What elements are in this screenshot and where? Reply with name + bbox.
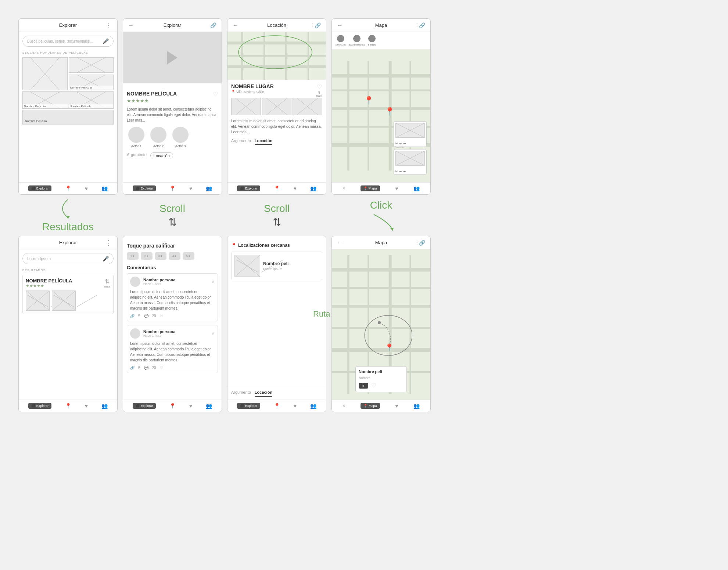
expand-1[interactable]: ∨ <box>211 279 215 284</box>
rate-star-2[interactable]: 2★ <box>141 252 153 260</box>
movie-bottom[interactable]: Nombre Película <box>22 110 114 125</box>
ir-button[interactable]: Ir <box>359 383 368 389</box>
nav-people-3[interactable]: 👥 <box>310 185 316 191</box>
nav-explorar-3[interactable]: ⬛ Explorar <box>237 185 260 191</box>
nav-location-1[interactable]: 📍 <box>65 185 71 191</box>
annotation-scroll-1: Scroll ⇅ <box>123 203 222 228</box>
nav-x-8[interactable]: ✕ <box>343 404 345 408</box>
search-bar-5[interactable]: Lorem Ipsum 🎤 <box>22 253 114 264</box>
nav-location-5[interactable]: 📍 <box>65 403 71 409</box>
tab-row-3: Argumento Locación <box>231 138 322 145</box>
rate-star-1[interactable]: 1★ <box>127 252 139 260</box>
nav-explorar-5[interactable]: ⬛ Explorar <box>28 403 51 409</box>
ruta-icon[interactable]: ⇅ Ruta <box>316 91 322 98</box>
screen8-back[interactable]: ← <box>337 239 343 246</box>
location-images <box>231 98 322 115</box>
screen3-dots[interactable]: ⋮ <box>311 22 315 28</box>
nav-people-1[interactable]: 👥 <box>101 185 108 191</box>
nav-x-4[interactable]: ✕ <box>343 187 345 190</box>
share-icon-2[interactable]: 🔗 <box>130 366 135 370</box>
chip-series[interactable]: series <box>368 35 376 46</box>
heart-icon-2[interactable]: ♡ <box>160 366 163 370</box>
nav-location-6[interactable]: 📍 <box>169 403 176 409</box>
screen2-back[interactable]: ← <box>128 22 134 29</box>
movie-heart[interactable]: ♡ <box>213 91 218 98</box>
nav-people-5[interactable]: 👥 <box>101 403 108 409</box>
location-heart[interactable]: ♡ <box>317 83 322 90</box>
share-icon-1[interactable]: 🔗 <box>130 314 135 318</box>
screen5-dots[interactable]: ⋮ <box>105 239 112 247</box>
nav-people-2[interactable]: 👥 <box>206 185 212 191</box>
popup-heart[interactable]: ♡ <box>371 382 376 389</box>
mic-icon-5[interactable]: 🎤 <box>103 256 109 261</box>
nav-location-2[interactable]: 📍 <box>169 185 176 191</box>
comment-2-time: Hace 1 hora <box>143 334 175 338</box>
screen1-content: Busca películas, series, documentales...… <box>19 32 117 182</box>
nav-people-8[interactable]: 👥 <box>413 403 420 409</box>
rate-star-4[interactable]: 4★ <box>169 252 180 260</box>
movie-thumb-3[interactable]: Nombre Película <box>69 75 114 90</box>
nav-people-4[interactable]: 👥 <box>413 185 420 191</box>
nav-heart-4[interactable]: ♥ <box>395 185 398 191</box>
screen2-share[interactable]: 🔗 <box>210 22 216 28</box>
nav-heart-3[interactable]: ♥ <box>294 185 297 191</box>
search-bar-1[interactable]: Busca películas, series, documentales...… <box>22 36 114 47</box>
screen2-header: ← Explorar 🔗 <box>123 19 222 32</box>
expand-2[interactable]: ∨ <box>211 331 215 336</box>
map-card-2[interactable]: Nombre <box>394 149 427 175</box>
map-card-1[interactable]: Nombre Nombre <box>394 121 427 147</box>
nav-heart-2[interactable]: ♥ <box>189 185 192 191</box>
result-card[interactable]: NOMBRE PELÍCULA ★★★★★ ⇅ Ruta <box>22 275 114 314</box>
nav-location-3[interactable]: 📍 <box>274 185 280 191</box>
nav-heart-1[interactable]: ♥ <box>85 185 88 191</box>
screen3-share[interactable]: 🔗 <box>315 22 321 28</box>
comment-1: Nombre persona Hace 1 hora ∨ Lorem ipsum… <box>127 273 218 321</box>
screen8-share[interactable]: 🔗 <box>419 240 425 246</box>
nav-mapa-8[interactable]: 📍 Mapa <box>361 403 380 409</box>
chip-experiencias[interactable]: experiencias <box>349 35 365 46</box>
tab-locacion-7[interactable]: Locación <box>255 390 272 397</box>
nav-heart-6[interactable]: ♥ <box>189 403 192 409</box>
svg-text:📍: 📍 <box>364 95 374 105</box>
nav-mapa-4[interactable]: 📍 Mapa <box>361 185 380 191</box>
screen3-title: Locación <box>267 22 286 28</box>
ruta-icon-5[interactable]: ⇅ Ruta <box>104 278 110 288</box>
tab-locacion-3[interactable]: Locación <box>255 138 272 145</box>
nav-heart-8[interactable]: ♥ <box>395 403 398 409</box>
chip-pelicula[interactable]: película <box>336 35 346 46</box>
nav-location-7[interactable]: 📍 <box>274 403 280 409</box>
tab-argumento-1[interactable]: Argumento <box>127 152 147 159</box>
rate-star-5[interactable]: 5★ <box>183 252 194 260</box>
nav-people-6[interactable]: 👥 <box>206 403 212 409</box>
screen3-back[interactable]: ← <box>233 22 239 29</box>
nav-heart-5[interactable]: ♥ <box>85 403 88 409</box>
nav-explorar-6[interactable]: ⬛ Explorar <box>133 403 156 409</box>
screen8-dots[interactable]: ⋮ <box>415 240 419 245</box>
location-card-1[interactable]: Nombre peli Lorem ipsum <box>231 252 322 280</box>
heart-icon-1[interactable]: ♡ <box>160 314 163 318</box>
nav-explorar-1[interactable]: ⬛ Explorar <box>28 185 51 191</box>
tab-locacion-1[interactable]: Locación <box>150 152 173 159</box>
screen5-header: Explorar ⋮ <box>19 236 117 249</box>
scroll-arrows-1: ⇅ <box>168 216 177 228</box>
screen1-dots[interactable]: ⋮ <box>105 21 112 29</box>
nav-explorar-7[interactable]: ⬛ Explorar <box>237 403 260 409</box>
movie-thumb-2[interactable] <box>69 57 114 73</box>
movie-thumb-5[interactable]: Nombre Película <box>69 92 114 108</box>
rate-star-3[interactable]: 3★ <box>155 252 166 260</box>
screen4-dots[interactable]: ⋮ <box>415 22 419 28</box>
map-popup: Nombre peli Nombre Ir ♡ <box>355 366 407 392</box>
nav-heart-7[interactable]: ♥ <box>294 403 297 409</box>
screen4-back[interactable]: ← <box>337 22 343 29</box>
screen8-nav: ✕ 📍 Mapa ♥ 👥 <box>332 400 430 412</box>
screen4-share[interactable]: 🔗 <box>419 22 425 28</box>
movie-thumb-1[interactable] <box>22 57 68 90</box>
comment-2-likes: 20 <box>152 366 156 370</box>
movie-thumb-4[interactable]: Nombre Película <box>23 92 68 108</box>
mic-icon[interactable]: 🎤 <box>103 38 109 44</box>
tab-argumento-3[interactable]: Argumento <box>231 138 251 145</box>
nav-explorar-2[interactable]: ⬛ Explorar <box>133 185 156 191</box>
nav-people-7[interactable]: 👥 <box>310 403 316 409</box>
movie-label-2: Nombre Película <box>69 86 114 90</box>
tab-argumento-7[interactable]: Argumento <box>231 390 251 397</box>
